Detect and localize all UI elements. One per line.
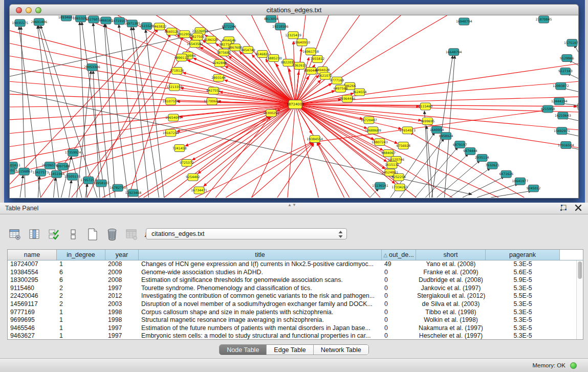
cell-title[interactable]: Estimation of the future numbers of pati… xyxy=(139,324,382,333)
splitter-handle-icon[interactable]: ▲▼ xyxy=(288,203,296,207)
table-row[interactable]: 946554611997Estimation of the future num… xyxy=(8,324,576,333)
cell-pagerank[interactable]: 5.3E-5 xyxy=(486,324,560,333)
new-table-button[interactable] xyxy=(85,227,100,242)
column-header-short[interactable]: short xyxy=(416,250,486,260)
tab-network-table[interactable]: Network Table xyxy=(314,345,368,355)
table-row[interactable]: 1456911722003Disruption of a novel membe… xyxy=(8,300,576,309)
cell-in_degree[interactable]: 1 xyxy=(57,324,105,333)
cell-short[interactable]: Jankovic et al. (1997) xyxy=(416,285,486,293)
merge-rows-button[interactable] xyxy=(66,227,80,242)
table-row[interactable]: 1938455462009Genome-wide association stu… xyxy=(8,269,576,277)
cell-name[interactable]: 9465546 xyxy=(8,324,57,333)
cell-short[interactable]: Franke et al. (2009) xyxy=(416,269,486,277)
column-header-pagerank[interactable]: pagerank xyxy=(486,250,560,260)
cell-short[interactable]: Stergiakouli et al. (2012) xyxy=(416,292,486,300)
cell-out_degree[interactable]: 0 xyxy=(382,324,416,333)
cell-title[interactable]: Embryonic stem cells: a model to study s… xyxy=(139,332,382,340)
cell-out_degree[interactable]: 0 xyxy=(382,285,416,293)
cell-title[interactable]: Changes of HCN gene expression and I(f) … xyxy=(139,260,382,269)
column-header-title[interactable]: title xyxy=(139,250,382,260)
cell-short[interactable]: Tibbo et al. (1998) xyxy=(416,309,486,317)
table-row[interactable]: 977716911998Corpus callosum shape and si… xyxy=(8,309,576,317)
cell-out_degree[interactable]: 49 xyxy=(382,260,416,269)
column-header-name[interactable]: name xyxy=(8,250,57,260)
table-source-select[interactable]: citations_edges.txt xyxy=(146,228,347,239)
cell-year[interactable]: 1997 xyxy=(105,332,139,340)
cell-pagerank[interactable]: 5.3E-5 xyxy=(486,300,560,309)
cell-short[interactable]: Hescheler et al. (1997) xyxy=(416,332,486,340)
cell-year[interactable]: 1997 xyxy=(105,285,139,293)
cell-pagerank[interactable]: 5.9E-5 xyxy=(486,276,560,285)
show-column-button[interactable] xyxy=(27,227,41,242)
cell-title[interactable]: Corpus callosum shape and size in male p… xyxy=(139,309,382,317)
cell-year[interactable]: 2009 xyxy=(105,269,139,277)
table-row[interactable]: 911546021997Tourette syndrome. Phenomeno… xyxy=(8,285,576,293)
cell-name[interactable]: 9463627 xyxy=(8,332,57,340)
cell-name[interactable]: 22420046 xyxy=(8,292,57,300)
cell-pagerank[interactable]: 5.3E-5 xyxy=(486,309,560,317)
float-panel-icon[interactable] xyxy=(559,204,568,214)
cell-short[interactable]: Wolkin et al. (1998) xyxy=(416,316,486,324)
table-row[interactable]: 969969511998Structural magnetic resonanc… xyxy=(8,316,576,324)
cell-name[interactable]: 18724007 xyxy=(8,260,57,269)
cell-name[interactable]: 14569117 xyxy=(8,300,57,309)
cell-pagerank[interactable]: 5.3E-5 xyxy=(486,285,560,293)
column-header-in_degree[interactable]: in_degree xyxy=(57,250,105,260)
zoom-window-icon[interactable] xyxy=(35,7,41,13)
cell-in_degree[interactable]: 2 xyxy=(57,292,105,300)
cell-title[interactable]: Investigating the contribution of common… xyxy=(139,292,382,300)
cell-out_degree[interactable]: 0 xyxy=(382,316,416,324)
close-window-icon[interactable] xyxy=(16,7,22,13)
close-panel-icon[interactable] xyxy=(575,204,582,214)
cell-short[interactable]: de Silva et al. (2003) xyxy=(416,300,486,309)
cell-in_degree[interactable]: 1 xyxy=(57,309,105,317)
cell-year[interactable]: 1998 xyxy=(105,316,139,324)
cell-title[interactable]: Genome-wide association studies in ADHD. xyxy=(139,269,382,277)
cell-pagerank[interactable]: 5.5E-5 xyxy=(486,292,560,300)
cell-year[interactable]: 2008 xyxy=(105,260,139,269)
table-vertical-scrollbar[interactable] xyxy=(576,260,583,339)
table-settings-button[interactable] xyxy=(7,227,22,242)
cell-short[interactable]: Yano et al. (2008) xyxy=(416,260,486,269)
cell-short[interactable]: Nakamura et al. (1997) xyxy=(416,324,486,333)
cell-year[interactable]: 2003 xyxy=(105,300,139,309)
cell-title[interactable]: Estimation of significance thresholds fo… xyxy=(139,276,382,285)
cell-pagerank[interactable]: 5.3E-5 xyxy=(486,316,560,324)
cell-year[interactable]: 2008 xyxy=(105,276,139,285)
table-row[interactable]: 1830029562008Estimation of significance … xyxy=(8,276,576,285)
cell-out_degree[interactable]: 0 xyxy=(382,300,416,309)
cell-name[interactable]: 9115460 xyxy=(8,285,57,293)
cell-title[interactable]: Structural magnetic resonance image aver… xyxy=(139,316,382,324)
cell-in_degree[interactable]: 1 xyxy=(57,316,105,324)
tab-node-table[interactable]: Node Table xyxy=(220,345,267,355)
column-header-year[interactable]: year xyxy=(105,250,139,260)
cell-pagerank[interactable]: 5.6E-5 xyxy=(486,269,560,277)
cell-out_degree[interactable]: 0 xyxy=(382,292,416,300)
cell-title[interactable]: Disruption of a novel member of a sodium… xyxy=(139,300,382,309)
cell-out_degree[interactable]: 0 xyxy=(382,332,416,340)
scrollbar-thumb[interactable] xyxy=(578,261,582,279)
minimize-window-icon[interactable] xyxy=(26,7,32,13)
cell-pagerank[interactable]: 5.3E-5 xyxy=(486,332,560,340)
cell-in_degree[interactable]: 1 xyxy=(57,332,105,340)
column-header-out_degree[interactable]: △out_de... xyxy=(382,250,416,260)
cell-name[interactable]: 18300295 xyxy=(8,276,57,285)
cell-in_degree[interactable]: 6 xyxy=(57,269,105,277)
cell-year[interactable]: 1997 xyxy=(105,324,139,333)
network-canvas[interactable]: 1903557520691406189346821065328715276071… xyxy=(9,15,579,199)
table-row[interactable]: 946362711997Embryonic stem cells: a mode… xyxy=(8,332,576,340)
cell-short[interactable]: Dudbridge et al. (2008) xyxy=(416,276,486,285)
cell-name[interactable]: 9777169 xyxy=(8,309,57,317)
tab-edge-table[interactable]: Edge Table xyxy=(267,345,313,355)
cell-year[interactable]: 1998 xyxy=(105,309,139,317)
delete-table-button[interactable] xyxy=(104,227,119,242)
cell-in_degree[interactable]: 1 xyxy=(57,260,105,269)
cell-name[interactable]: 9699695 xyxy=(8,316,57,324)
table-row[interactable]: 1872400712008Changes of HCN gene express… xyxy=(8,260,576,269)
cell-title[interactable]: Tourette syndrome. Phenomenology and cla… xyxy=(139,285,382,293)
cell-name[interactable]: 19384554 xyxy=(8,269,57,277)
cell-out_degree[interactable]: 0 xyxy=(382,309,416,317)
cell-in_degree[interactable]: 2 xyxy=(57,285,105,293)
table-row[interactable]: 2242004622012Investigating the contribut… xyxy=(8,292,576,300)
cell-year[interactable]: 2012 xyxy=(105,292,139,300)
